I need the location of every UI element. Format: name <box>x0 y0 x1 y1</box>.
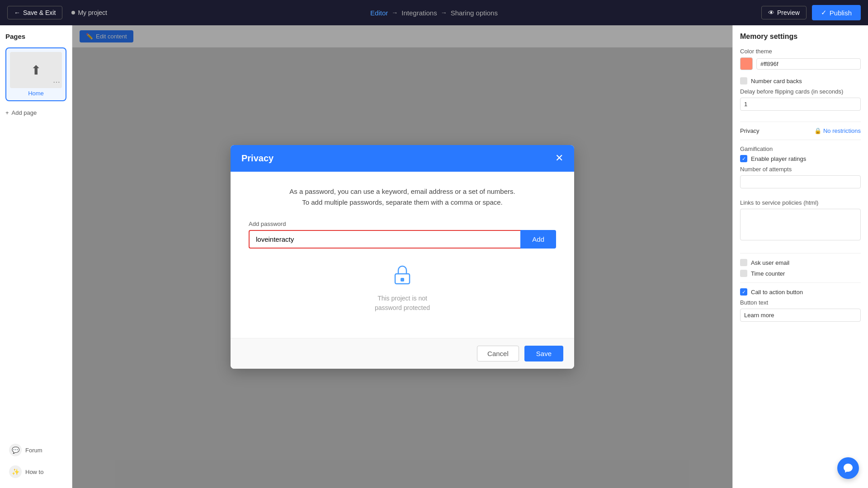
add-password-button[interactable]: Add <box>520 230 556 249</box>
save-exit-label: Save & Exit <box>23 9 56 16</box>
delay-input[interactable] <box>740 98 861 111</box>
time-counter-checkbox[interactable] <box>740 270 747 277</box>
no-restrictions-value[interactable]: 🔒 No restrictions <box>814 127 861 134</box>
home-page-thumb: ⬆ ⋯ <box>10 52 62 88</box>
modal-input-row: Add <box>249 230 556 249</box>
modal-desc-line2: To add multiple passwords, separate them… <box>249 197 556 208</box>
dot-icon <box>71 11 75 14</box>
how-to-icon: ✨ <box>9 465 22 478</box>
modal-header: Privacy ✕ <box>231 145 574 172</box>
add-page-button[interactable]: + Add page <box>5 107 66 119</box>
editor-nav-step[interactable]: Editor <box>370 9 388 17</box>
attempts-section: Number of attempts <box>740 166 861 192</box>
modal-empty-state: This project is not password protected <box>249 249 556 324</box>
privacy-row: Privacy 🔒 No restrictions <box>740 127 861 134</box>
privacy-label: Privacy <box>740 127 760 134</box>
forum-link[interactable]: 💬 Forum <box>5 441 66 459</box>
color-hex-input[interactable] <box>756 58 861 70</box>
ask-email-label: Ask user email <box>751 259 789 266</box>
password-input[interactable] <box>249 230 520 249</box>
left-sidebar: Pages ⬆ ⋯ Home + Add page 💬 Forum ✨ How … <box>0 25 72 488</box>
delay-label: Delay before flipping cards (in seconds) <box>740 88 861 95</box>
save-exit-button[interactable]: ← Save & Exit <box>7 6 62 19</box>
save-button[interactable]: Save <box>524 346 563 361</box>
center-area: ✏️ Edit content Privacy ✕ As a password,… <box>72 25 732 488</box>
modal-close-button[interactable]: ✕ <box>555 153 563 163</box>
lock-icon <box>391 263 414 286</box>
how-to-link[interactable]: ✨ How to <box>5 463 66 481</box>
arrow-right-icon-1: → <box>392 9 398 16</box>
ask-email-row: Ask user email <box>740 259 861 266</box>
button-text-input[interactable] <box>740 309 861 322</box>
modal-desc-line1: As a password, you can use a keyword, em… <box>249 186 556 197</box>
call-to-action-checkbox[interactable]: ✓ <box>740 288 747 296</box>
sharing-options-nav-step[interactable]: Sharing options <box>451 9 498 17</box>
color-theme-label: Color theme <box>740 48 861 55</box>
divider-2 <box>740 140 861 140</box>
messenger-bubble[interactable] <box>837 457 859 479</box>
home-thumb-icon: ⬆ <box>31 63 41 78</box>
divider-1 <box>740 122 861 122</box>
svg-rect-1 <box>401 278 404 282</box>
enable-ratings-checkbox[interactable]: ✓ <box>740 155 747 162</box>
project-name-label: My project <box>78 9 107 16</box>
number-card-backs-checkbox[interactable] <box>740 77 747 84</box>
enable-ratings-label: Enable player ratings <box>751 155 806 162</box>
topbar: ← Save & Exit My project Editor → Integr… <box>0 0 868 25</box>
arrow-left-icon: ← <box>14 9 20 16</box>
project-name: My project <box>71 9 107 16</box>
check-mark: ✓ <box>742 156 746 162</box>
modal-body: As a password, you can use a keyword, em… <box>231 172 574 338</box>
gamification-label: Gamification <box>740 145 861 152</box>
preview-button[interactable]: 👁 Preview <box>761 6 807 19</box>
publish-button[interactable]: ✓ Publish <box>812 5 861 20</box>
topbar-right: 👁 Preview ✓ Publish <box>761 5 861 20</box>
color-theme-section: Color theme <box>740 48 861 70</box>
sidebar-bottom: 💬 Forum ✨ How to <box>5 441 66 481</box>
eye-icon: 👁 <box>768 9 774 16</box>
forum-label: Forum <box>25 447 42 454</box>
check-mark-2: ✓ <box>742 289 746 295</box>
modal-footer: Cancel Save <box>231 338 574 369</box>
attempts-input[interactable] <box>740 175 861 188</box>
topbar-left: ← Save & Exit My project <box>7 6 107 19</box>
modal-description: As a password, you can use a keyword, em… <box>249 186 556 208</box>
modal-overlay: Privacy ✕ As a password, you can use a k… <box>72 25 732 488</box>
color-row <box>740 57 861 70</box>
attempts-label: Number of attempts <box>740 166 861 173</box>
call-to-action-label: Call to action button <box>751 289 803 296</box>
ask-email-checkbox[interactable] <box>740 259 747 266</box>
home-page-item[interactable]: ⬆ ⋯ Home <box>5 47 66 101</box>
privacy-modal: Privacy ✕ As a password, you can use a k… <box>231 145 574 369</box>
time-counter-label: Time counter <box>751 270 785 277</box>
right-panel: Memory settings Color theme Number card … <box>732 25 868 488</box>
plus-icon: + <box>5 109 9 116</box>
delay-section: Delay before flipping cards (in seconds) <box>740 88 861 114</box>
empty-text-line1: This project is not <box>377 295 427 302</box>
number-card-backs-label: Number card backs <box>751 78 802 84</box>
preview-label: Preview <box>777 9 800 16</box>
lock-icon-container <box>391 263 414 288</box>
modal-empty-text: This project is not password protected <box>375 294 430 313</box>
service-policies-label: Links to service policies (html) <box>740 199 861 206</box>
pages-title: Pages <box>5 33 66 40</box>
home-page-label: Home <box>10 90 62 97</box>
how-to-label: How to <box>25 469 43 475</box>
service-policies-section: Links to service policies (html) <box>740 199 861 246</box>
modal-title: Privacy <box>241 153 274 164</box>
service-policies-textarea[interactable] <box>740 209 861 240</box>
arrow-right-icon-2: → <box>441 9 447 16</box>
add-page-label: Add page <box>12 109 37 116</box>
page-thumb-dots: ⋯ <box>53 78 60 86</box>
publish-label: Publish <box>830 9 852 17</box>
button-text-section: Button text <box>740 299 861 325</box>
lock-small-icon: 🔒 <box>814 127 821 134</box>
color-swatch[interactable] <box>740 57 753 70</box>
cancel-button[interactable]: Cancel <box>477 346 519 361</box>
divider-3 <box>740 253 861 253</box>
enable-ratings-row: ✓ Enable player ratings <box>740 155 861 162</box>
integrations-nav-step[interactable]: Integrations <box>401 9 437 17</box>
check-icon: ✓ <box>821 9 827 17</box>
time-counter-row: Time counter <box>740 270 861 277</box>
messenger-icon <box>843 463 854 474</box>
